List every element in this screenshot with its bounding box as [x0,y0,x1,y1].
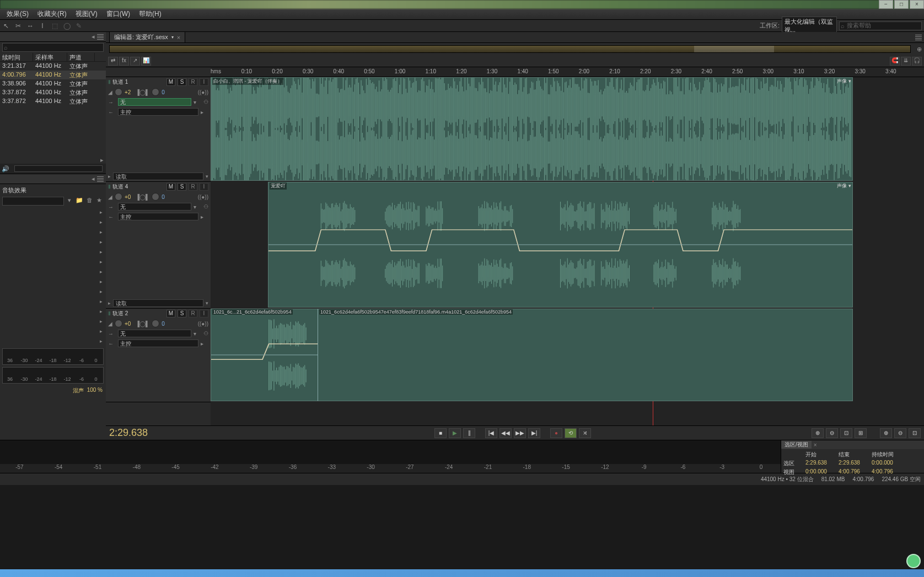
rewind-button[interactable]: ◀◀ [499,428,512,438]
record-button[interactable]: ● [550,428,562,438]
move-tool-icon[interactable]: ↖ [0,21,12,31]
panel-menu-icon[interactable] [97,176,104,182]
editor-tab[interactable]: 编辑器: 宠爱吖.sesx▾× [109,31,185,42]
loop-button[interactable]: ⟲ [565,428,577,438]
fx-folder-icon[interactable]: 📁 [75,197,84,206]
audio-clip[interactable]: 白小白、琪琪 - 宠爱吖（伴奏）声像 ▾ [211,77,853,181]
sel-end[interactable]: 2:29.638 [837,459,871,468]
go-end-button[interactable]: ▶| [528,428,540,438]
current-time[interactable]: 2:29.638 [109,427,214,439]
editor-menu-icon[interactable] [915,35,922,40]
track-header[interactable]: ⫴轨道 2MSRI ◢+0▐◯▌0((●)) → 无▾⦵ ← 主控▸ [106,309,211,402]
pause-button[interactable]: ‖ [463,428,475,438]
mix-value[interactable]: 100 % [87,387,103,395]
audio-clip[interactable]: 1021_6c62d4efa6f502b9547e47ef83f9eefd718… [318,309,853,401]
sel-dur[interactable]: 0:00.000 [871,459,909,468]
overview-bar[interactable]: ⊕ [106,43,924,55]
time-select-tool-icon[interactable]: I [36,21,49,31]
fx-slot[interactable]: ▸ [0,207,106,217]
col-duration[interactable]: 续时间 [0,53,33,61]
fx-slot[interactable]: ▸ [0,217,106,227]
fx-preset-select[interactable] [2,197,64,206]
tab-close-icon[interactable]: × [177,34,180,41]
menu-favorites[interactable]: 收藏夹(R) [33,9,71,19]
fx-star-icon[interactable]: ★ [95,197,104,206]
go-start-button[interactable]: |◀ [485,428,497,438]
file-row[interactable]: 3:21.31744100 Hz立体声 [0,62,106,71]
fx-slot[interactable]: ▸ [0,237,106,247]
selview-close-icon[interactable]: × [814,442,817,448]
marquee-tool-icon[interactable]: ⬚ [49,21,61,31]
timeline-ruler[interactable]: hms0:100:200:300:400:501:001:101:201:301… [106,67,924,77]
razor-tool-icon[interactable]: ✂ [12,21,24,31]
fx-slot[interactable]: ▸ [0,277,106,287]
skip-silence-button[interactable]: ⤨ [579,428,591,438]
preview-scrollbar[interactable] [14,165,103,172]
fx-slot[interactable]: ▸ [0,257,106,267]
lasso-tool-icon[interactable]: ◯ [61,21,73,31]
panel-menu-icon[interactable] [97,34,104,40]
zoom-reset-v-icon[interactable]: ⊡ [909,428,921,438]
fx-slot[interactable]: ▸ [0,306,106,316]
floating-badge[interactable] [906,554,921,568]
file-row[interactable]: 3:37.87244100 Hz立体声 [0,88,106,97]
zoom-in-v-icon[interactable]: ⊕ [880,428,892,438]
fx-slot[interactable]: ▸ [0,247,106,257]
track-header[interactable]: ⫴轨道 4MSRI ◢+0▐◯▌0((●)) → 无▾⦵ ← 主控▸ ▸读取▾ [106,182,211,309]
stop-button[interactable]: ■ [434,428,447,438]
fx-slot[interactable]: ▸ [0,326,106,336]
menu-effects[interactable]: 效果(S) [2,9,33,19]
menu-help[interactable]: 帮助(H) [135,9,166,19]
tab-dropdown-icon[interactable]: ▾ [171,35,174,40]
col-samplerate[interactable]: 采样率 [33,53,67,61]
expand-icon[interactable]: ▸ [100,157,104,164]
fx-slot[interactable]: ▸ [0,316,106,326]
zoom-full-icon[interactable]: ⊡ [840,428,852,438]
track-content[interactable]: 声像 白小白、琪琪 - 宠爱吖（伴奏）声像 ▾宠爱吖声像 ▾1021_6c...… [211,77,924,425]
fx-slot[interactable]: ▸ [0,296,106,306]
fx-icon[interactable]: fx [119,57,129,66]
col-end: 结束 [837,450,871,459]
track-header[interactable]: ⫴轨道 1MSRI ◢+2▐◯▌0((●)) → 无▾⦵ ← 主控▸ ▸读取▾ [106,77,211,182]
audio-clip[interactable]: 宠爱吖声像 ▾ [268,182,853,308]
fx-slot[interactable]: ▸ [0,267,106,277]
file-search-input[interactable]: ⌕ [2,43,104,52]
slip-tool-icon[interactable]: ↔ [24,21,36,31]
ripple-icon[interactable]: ⇊ [901,57,911,66]
help-search-input[interactable]: ⌕搜索帮助 [839,21,922,30]
eq-icon[interactable]: 📊 [141,57,151,66]
zoom-out-v-icon[interactable]: ⊖ [894,428,906,438]
sel-start[interactable]: 2:29.638 [804,459,837,468]
preview-play-icon[interactable]: 🔊 [0,165,11,172]
panel-arrow-icon[interactable]: ◂ [92,175,95,182]
file-row[interactable]: 3:38.90644100 Hz立体声 [0,79,106,88]
fx-trash-icon[interactable]: 🗑 [85,197,94,206]
col-channels[interactable]: 声道 [67,53,95,61]
minimize-button[interactable]: − [879,0,893,9]
snap-icon[interactable]: 🧲 [890,57,900,66]
toggle-icon[interactable]: ⇄ [108,57,118,66]
close-button[interactable]: × [910,0,924,9]
maximize-button[interactable]: □ [894,0,909,9]
zoom-sel-icon[interactable]: ⊞ [855,428,867,438]
play-button[interactable]: ▶ [449,428,461,438]
selview-tab[interactable]: 选区/视图 [781,441,812,449]
zoom-icon[interactable]: ⊕ [914,46,924,53]
fx-slot[interactable]: ▸ [0,336,106,346]
menu-window[interactable]: 窗口(W) [102,9,135,19]
view-end[interactable]: 4:00.796 [837,468,871,477]
panel-arrow-icon[interactable]: ◂ [92,33,95,40]
send-icon[interactable]: ↗ [130,57,140,66]
file-row[interactable]: 3:37.87244100 Hz立体声 [0,97,106,106]
zoom-in-icon[interactable]: ⊕ [812,428,824,438]
headphone-icon[interactable]: 🎧 [912,57,922,66]
fx-save-icon[interactable]: ▾ [65,197,74,206]
file-row[interactable]: 4:00.79644100 Hz立体声 [0,71,106,79]
brush-tool-icon[interactable]: ✎ [73,21,85,31]
forward-button[interactable]: ▶▶ [514,428,526,438]
menu-view[interactable]: 视图(V) [71,9,102,19]
zoom-out-icon[interactable]: ⊖ [826,428,838,438]
fx-slot[interactable]: ▸ [0,227,106,237]
bottom-panel: -57-54-51-48-45-42-39-36-33-30-27-24-21-… [0,440,924,473]
fx-slot[interactable]: ▸ [0,287,106,296]
